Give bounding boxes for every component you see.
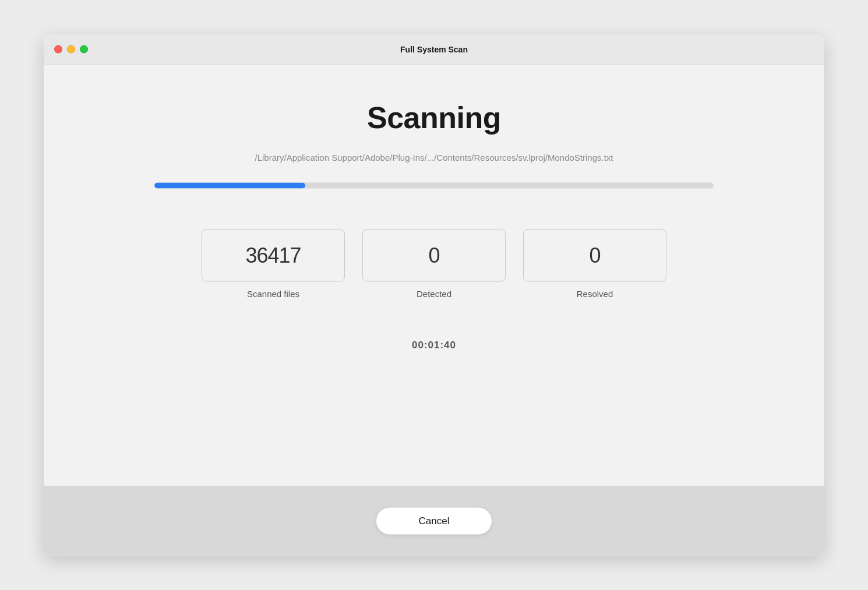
maximize-button[interactable] [80, 45, 88, 54]
scanned-files-label: Scanned files [247, 288, 299, 298]
stat-detected: 0 Detected [362, 229, 506, 298]
resolved-label: Resolved [577, 288, 613, 298]
resolved-value: 0 [589, 243, 600, 267]
stat-box-scanned: 36417 [202, 229, 345, 281]
stat-resolved: 0 Resolved [523, 229, 666, 298]
close-button[interactable] [54, 45, 62, 54]
progress-bar-fill [154, 182, 305, 188]
cancel-button[interactable]: Cancel [376, 507, 492, 535]
detected-label: Detected [417, 288, 451, 298]
stats-row: 36417 Scanned files 0 Detected 0 Resolve… [154, 229, 714, 298]
window-title: Full System Scan [400, 45, 468, 54]
stat-box-detected: 0 [362, 229, 506, 281]
scanning-path: /Library/Application Support/Adobe/Plug-… [255, 152, 613, 162]
stat-scanned-files: 36417 Scanned files [202, 229, 345, 298]
main-content: Scanning /Library/Application Support/Ad… [44, 65, 824, 486]
scan-timer: 00:01:40 [412, 339, 456, 351]
stat-box-resolved: 0 [523, 229, 666, 281]
scanning-title: Scanning [367, 100, 501, 135]
footer: Cancel [44, 486, 824, 556]
traffic-lights [54, 45, 88, 54]
title-bar: Full System Scan [44, 34, 824, 65]
main-window: Full System Scan Scanning /Library/Appli… [44, 34, 824, 556]
minimize-button[interactable] [67, 45, 75, 54]
detected-value: 0 [428, 243, 439, 267]
scanned-files-value: 36417 [245, 243, 301, 267]
progress-bar-container [154, 182, 714, 188]
